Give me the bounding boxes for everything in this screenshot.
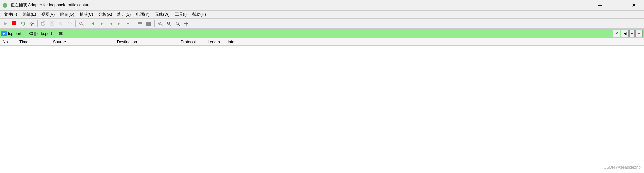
menu-analyze[interactable]: 分析(A) <box>96 11 115 18</box>
svg-marker-0 <box>4 22 7 26</box>
svg-point-3 <box>31 23 33 24</box>
svg-line-36 <box>170 24 171 26</box>
title-bar-left: 正在捕获 Adapter for loopback traffic captur… <box>3 2 91 8</box>
watermark: CSDN @seasidezhb <box>604 165 641 170</box>
toolbar: = <box>0 19 644 29</box>
svg-rect-24 <box>138 22 142 23</box>
restart-capture-btn[interactable] <box>19 20 27 28</box>
svg-line-16 <box>82 24 84 26</box>
find-btn[interactable] <box>77 20 85 28</box>
svg-marker-22 <box>118 22 120 25</box>
svg-marker-18 <box>101 22 103 25</box>
title-bar-controls: ─ □ ✕ <box>592 0 641 11</box>
menu-tools[interactable]: 工具(I) <box>172 11 189 18</box>
menu-file[interactable]: 文件(F) <box>1 11 20 18</box>
sep2 <box>75 20 76 27</box>
svg-marker-23 <box>126 23 130 25</box>
menu-go[interactable]: 跳转(G) <box>57 11 77 18</box>
svg-marker-20 <box>110 22 112 25</box>
filter-clear-btn[interactable]: ✕ <box>613 30 620 37</box>
minimize-button[interactable]: ─ <box>592 0 608 11</box>
title-text: 正在捕获 Adapter for loopback traffic captur… <box>11 2 91 8</box>
list-toggle-btn[interactable] <box>144 20 153 28</box>
svg-rect-29 <box>146 24 151 25</box>
menu-edit[interactable]: 编辑(E) <box>20 11 39 18</box>
reload-btn[interactable] <box>66 20 74 28</box>
svg-rect-26 <box>138 25 142 25</box>
close-button[interactable]: ✕ <box>626 0 641 11</box>
svg-marker-2 <box>21 23 22 24</box>
svg-rect-1 <box>12 21 16 25</box>
col-header-source: Source <box>52 40 116 44</box>
stop-capture-btn[interactable] <box>10 20 18 28</box>
menu-capture[interactable]: 捕获(C) <box>77 11 96 18</box>
zoom-out-btn[interactable] <box>165 20 173 28</box>
svg-rect-8 <box>41 22 44 25</box>
fit-columns-btn[interactable] <box>182 20 190 28</box>
menu-bar: 文件(F) 编辑(E) 视图(V) 跳转(G) 捕获(C) 分析(A) 统计(S… <box>0 11 644 19</box>
col-header-protocol: Protocol <box>179 40 206 44</box>
scroll-to-selected-btn[interactable] <box>124 20 132 28</box>
col-header-no: No. <box>1 40 18 44</box>
last-packet-btn[interactable] <box>115 20 123 28</box>
filter-dropdown-btn[interactable]: ▼ <box>629 30 635 37</box>
filter-label <box>1 31 7 36</box>
packet-list: CSDN @seasidezhb <box>0 46 644 173</box>
sep5 <box>154 20 155 27</box>
prev-packet-btn[interactable] <box>89 20 97 28</box>
colorize-btn[interactable] <box>136 20 144 28</box>
sep4 <box>134 20 134 27</box>
sep3 <box>87 20 87 27</box>
filter-prev-btn[interactable]: ◀ <box>621 30 629 37</box>
svg-rect-30 <box>146 25 151 26</box>
menu-help[interactable]: 帮助(H) <box>189 11 209 18</box>
maximize-button[interactable]: □ <box>609 0 625 11</box>
filter-bar: ✕ ◀ ▼ + <box>0 29 644 38</box>
svg-marker-43 <box>187 23 188 24</box>
first-packet-btn[interactable] <box>106 20 115 28</box>
title-bar: 正在捕获 Adapter for loopback traffic captur… <box>0 0 644 11</box>
save-file-btn[interactable] <box>48 20 56 28</box>
svg-line-39 <box>178 24 180 26</box>
filter-controls: ✕ ◀ ▼ + <box>613 30 643 37</box>
menu-view[interactable]: 视图(V) <box>39 11 57 18</box>
app-icon <box>3 3 7 8</box>
svg-marker-17 <box>92 22 94 25</box>
sep1 <box>37 20 38 27</box>
svg-rect-27 <box>146 22 151 23</box>
menu-telephony[interactable]: 电话(Y) <box>133 11 152 18</box>
filter-input[interactable] <box>8 30 613 37</box>
svg-rect-25 <box>138 23 142 24</box>
svg-rect-11 <box>51 24 53 25</box>
col-header-length: Length <box>206 40 226 44</box>
zoom-in-btn[interactable] <box>156 20 164 28</box>
packet-table-header: No. Time Source Destination Protocol Len… <box>0 38 644 46</box>
svg-marker-45 <box>3 32 5 35</box>
zoom-reset-btn[interactable]: = <box>174 20 182 28</box>
menu-wireless[interactable]: 无线(W) <box>152 11 172 18</box>
menu-statistics[interactable]: 统计(S) <box>115 11 133 18</box>
col-header-destination: Destination <box>116 40 179 44</box>
capture-options-btn[interactable] <box>28 20 36 28</box>
svg-point-15 <box>80 22 82 24</box>
filter-add-btn[interactable]: + <box>635 30 643 37</box>
col-header-info: Info <box>226 40 644 44</box>
svg-rect-28 <box>146 23 151 24</box>
open-file-btn[interactable] <box>39 20 47 28</box>
start-capture-btn[interactable] <box>1 20 9 28</box>
next-packet-btn[interactable] <box>98 20 106 28</box>
svg-line-32 <box>161 24 163 26</box>
svg-text:=: = <box>177 22 178 24</box>
col-header-time: Time <box>18 40 52 44</box>
svg-marker-42 <box>184 23 185 24</box>
svg-rect-10 <box>51 22 53 23</box>
close-file-btn[interactable] <box>57 20 65 28</box>
